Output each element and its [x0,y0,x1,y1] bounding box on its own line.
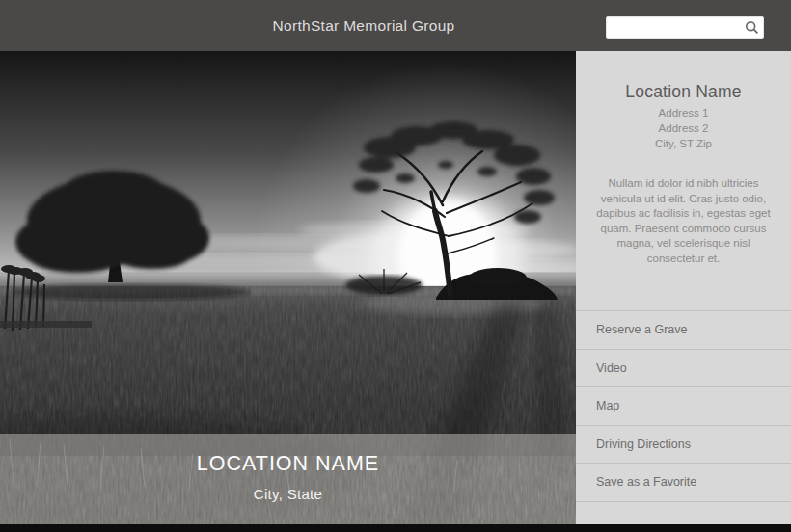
search-input[interactable] [606,16,745,39]
menu-end-divider [576,501,791,502]
hero-city-state: City, State [0,486,576,502]
sidebar: Location Name Address 1 Address 2 City, … [576,51,791,524]
location-description: Nullam id dolor id nibh ultricies vehicu… [589,176,777,267]
hero-caption: LOCATION NAME City, State [0,434,576,524]
menu-item-video[interactable]: Video [576,349,791,387]
sidebar-menu: Reserve a Grave Video Map Driving Direct… [576,310,791,502]
menu-item-map[interactable]: Map [576,386,791,425]
hero-photo: LOCATION NAME City, State [0,51,576,524]
app-window: NorthStar Memorial Group [0,0,791,532]
menu-item-reserve-a-grave[interactable]: Reserve a Grave [576,310,791,349]
site-title: NorthStar Memorial Group [273,0,455,51]
address-line-1: Address 1 [576,105,791,120]
search-box[interactable] [606,16,764,39]
location-name-heading: Location Name [576,82,791,102]
menu-item-driving-directions[interactable]: Driving Directions [576,425,791,464]
header: NorthStar Memorial Group [0,0,791,51]
menu-item-save-as-a-favorite[interactable]: Save as a Favorite [576,463,791,501]
address-line-2: Address 2 [576,120,791,136]
address-line-3: City, ST Zip [576,136,791,151]
hero-location-name: LOCATION NAME [0,452,576,476]
search-icon[interactable] [745,20,759,35]
footer-bar [0,524,791,532]
address-block: Address 1 Address 2 City, ST Zip [576,105,791,151]
